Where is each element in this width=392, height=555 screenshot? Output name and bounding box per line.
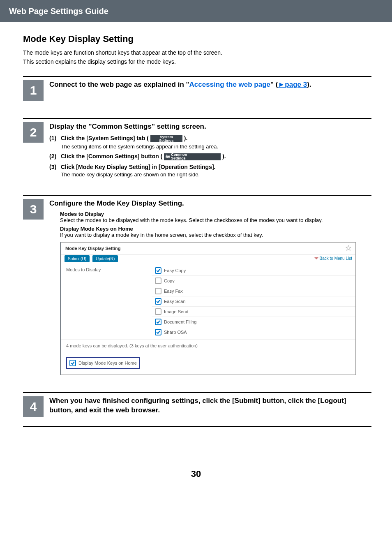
mode-label: Image Send [164,309,188,314]
back-to-menu-link[interactable]: Back to Menu List [314,256,352,261]
step-2: 2 Display the "Common Settings" setting … [23,118,371,185]
link-accessing-web-page[interactable]: Accessing the web page [189,81,270,88]
svg-point-4 [168,156,169,157]
header-bar: Web Page Settings Guide [0,0,392,22]
substep-text: Click [Mode Key Display Setting] in [Ope… [61,164,216,170]
substep-3: (3) Click [Mode Key Display Setting] in … [49,164,371,178]
modes-note: 4 mode keys can be displayed. (3 keys at… [61,340,355,352]
checkbox-icon [155,267,161,274]
svg-marker-6 [346,245,351,250]
step-2-heading: Display the "Common Settings" setting sc… [49,122,371,132]
mode-row[interactable]: Easy Copy [152,266,355,276]
rule [23,118,371,119]
mode-row[interactable]: Document Filing [152,317,355,327]
modes-table-label: Modes to Display [61,263,152,340]
display-mode-keys-home-checkbox[interactable]: Display Mode Keys on Home [66,357,140,369]
mode-row[interactable]: Sharp OSA [152,327,355,337]
checkbox-icon [155,288,161,294]
modes-to-display-group: Modes to Display Select the modes to be … [49,211,371,238]
step-number-1: 1 [23,80,44,101]
modes-list: Easy CopyCopyEasy FaxEasy ScanImage Send… [152,263,355,340]
mode-label: Easy Copy [164,268,186,273]
link-page-3[interactable]: ►page 3 [278,81,307,88]
mode-row[interactable]: Image Send [152,307,355,317]
step-3: 3 Configure the Mode Key Display Setting… [23,195,371,382]
settings-screenshot: Mode Key Display Setting Submit(U) Updat… [60,242,356,375]
common-settings-button-chip: Common Settings [164,153,221,160]
substep-num: (3) [49,164,61,170]
update-button[interactable]: Update(R) [92,255,118,262]
checkbox-icon [155,278,161,284]
substep-num: (2) [49,153,61,160]
step-number-3: 3 [23,199,44,220]
header-title: Web Page Settings Guide [9,7,108,16]
submit-button[interactable]: Submit(U) [65,255,90,262]
intro-line-2: This section explains the display settin… [23,58,371,67]
rule [23,392,371,393]
step-1: 1 Connect to the web page as explained i… [23,76,371,108]
text: " ( [270,81,278,88]
checkbox-label: Display Mode Keys on Home [78,361,137,365]
substep-desc: The setting items of the system settings… [61,143,371,150]
group-header: Modes to Display [60,211,371,217]
mode-row[interactable]: Copy [152,276,355,286]
step-4-heading: When you have finished configuring setti… [49,396,371,415]
step-number-2: 2 [23,122,44,143]
checkbox-icon [69,360,76,366]
text: Connect to the web page as explained in … [49,81,189,88]
group-header: Display Mode Keys on Home [60,226,371,232]
system-settings-tab-chip: System Settings [150,135,182,142]
svg-rect-1 [166,156,170,157]
mode-row[interactable]: Easy Fax [152,286,355,296]
svg-rect-0 [166,155,170,155]
svg-point-5 [167,157,168,159]
intro-line-1: The mode keys are function shortcut keys… [23,49,371,58]
screenshot-title-text: Mode Key Display Setting [65,246,120,251]
page-title: Mode Key Display Setting [23,34,371,44]
screenshot-button-row: Submit(U) Update(R) Back to Menu List [61,254,355,263]
checkbox-icon [155,298,161,305]
mode-label: Document Filing [164,319,196,324]
svg-point-3 [166,155,168,156]
substep-text: Click the [Common Settings] button ( Com… [61,153,226,160]
mode-label: Easy Fax [164,289,183,294]
checkbox-icon [155,308,161,315]
mode-row[interactable]: Easy Scan [152,296,355,307]
substep-text: Click the [System Settings] tab ( System… [61,135,187,141]
content: Mode Key Display Setting The mode keys a… [0,22,392,440]
substep-num: (1) [49,135,61,141]
checkbox-icon [155,329,161,335]
intro-block: The mode keys are function shortcut keys… [23,49,371,66]
modes-table: Modes to Display Easy CopyCopyEasy FaxEa… [61,263,355,340]
substep-1: (1) Click the [System Settings] tab ( Sy… [49,135,371,150]
favorite-star-icon[interactable] [346,245,351,252]
rule [23,195,371,196]
group-desc: If you want to display a mode key in the… [60,232,371,238]
text: ). [307,81,311,88]
step-number-4: 4 [23,396,44,417]
step-4: 4 When you have finished configuring set… [23,392,371,440]
rule [23,426,371,427]
mode-label: Sharp OSA [164,330,187,335]
screenshot-title-bar: Mode Key Display Setting [61,243,355,254]
mode-label: Copy [164,278,175,283]
group-desc: Select the modes to be displayed with th… [60,217,371,223]
substep-2: (2) Click the [Common Settings] button (… [49,153,371,160]
mode-label: Easy Scan [164,299,186,304]
page-number: 30 [0,469,392,479]
step-1-heading: Connect to the web page as explained in … [49,80,371,90]
step-3-heading: Configure the Mode Key Display Setting. [49,199,371,208]
checkbox-icon [155,319,161,325]
settings-slider-icon [166,155,170,159]
substep-desc: The mode key display settings are shown … [61,171,371,178]
rule [23,76,371,77]
